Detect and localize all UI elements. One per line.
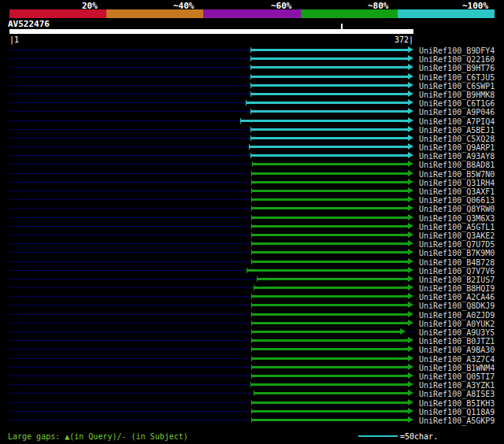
hit-start-tick [251,171,252,176]
hit-arrowhead-icon [408,135,413,141]
scale-legend-text: =50char. [400,432,438,441]
hit-alignment-bar[interactable] [251,322,408,324]
hit-alignment-bar[interactable] [240,120,408,122]
query-start-coordinate: |1 [9,35,19,44]
hit-alignment-bar[interactable] [251,331,400,333]
hit-row: UniRef100_Q7U7D5 [0,239,504,248]
hit-alignment-bar[interactable] [251,261,408,263]
hit-alignment-bar[interactable] [250,84,408,87]
hit-row: UniRef100_Q3AKE2 [0,231,504,239]
hit-arrowhead-icon [408,196,413,202]
hit-start-tick [250,382,251,387]
hit-alignment-bar[interactable] [251,410,408,413]
hit-alignment-bar[interactable] [251,181,408,183]
hit-alignment-bar[interactable] [251,375,408,377]
hit-alignment-bar[interactable] [246,269,408,272]
hit-row: UniRef100_Q7V7V6 [0,266,504,275]
hit-alignment-bar[interactable] [251,401,408,404]
hit-row: UniRef100_A5GTL1 [0,222,504,231]
hit-row: UniRef100_Q22160 [0,54,504,63]
hit-alignment-bar[interactable] [250,57,408,60]
hit-arrowhead-icon [408,99,413,105]
hit-alignment-bar[interactable] [250,128,408,131]
hit-row: UniRef100_C6TJU5 [0,72,504,81]
hit-row: UniRef100_A5GKP9 [0,416,504,424]
hit-alignment-bar[interactable] [251,251,408,253]
hit-arrowhead-icon [408,258,413,265]
hit-alignment-bar[interactable] [251,234,408,236]
hit-row: UniRef100_A0YUK2 [0,319,504,327]
hit-alignment-bar[interactable] [251,304,408,306]
hit-row: UniRef100_Q9ARP1 [0,142,504,151]
hit-alignment-bar[interactable] [252,163,408,165]
hit-row: UniRef100_Q8DKJ9 [0,301,504,309]
hit-row: UniRef100_A3Z7C4 [0,354,504,363]
hit-start-tick [251,400,252,405]
hit-alignment-bar[interactable] [251,225,408,228]
hit-start-tick [251,373,252,379]
hit-start-tick [250,135,251,141]
hit-alignment-bar[interactable] [251,190,408,192]
hit-arrowhead-icon [408,372,413,379]
hit-alignment-bar[interactable] [250,66,408,68]
hit-alignment-bar[interactable] [251,295,408,298]
hit-alignment-bar[interactable] [251,216,408,219]
hit-row: UniRef100_B7K9M0 [0,248,504,257]
hit-alignment-bar[interactable] [251,198,408,201]
hit-label[interactable]: UniRef100_A5GKP9 [419,416,495,425]
alignment-rows: UniRef100_B9DFY4UniRef100_Q22160UniRef10… [0,46,504,424]
hit-row: UniRef100_Q8YRW0 [0,204,504,213]
hit-alignment-bar[interactable] [250,110,408,113]
hit-start-tick [251,197,252,202]
hit-alignment-bar[interactable] [250,93,408,95]
hit-alignment-bar[interactable] [250,154,408,157]
hit-arrowhead-icon [408,311,413,317]
hit-alignment-bar[interactable] [251,313,408,316]
hit-start-tick [251,215,252,220]
hit-arrowhead-icon [408,240,413,246]
hit-start-tick [250,127,251,132]
hit-start-tick [250,74,251,80]
hit-arrowhead-icon [408,117,413,124]
hit-alignment-bar[interactable] [246,102,408,104]
hit-start-tick [251,224,252,229]
hit-row: UniRef100_A9BA30 [0,345,504,353]
hit-alignment-bar[interactable] [251,207,408,209]
hit-alignment-bar[interactable] [251,357,408,360]
hit-alignment-bar[interactable] [254,392,408,394]
hit-alignment-bar[interactable] [251,419,408,421]
hit-row: UniRef100_A8ISE3 [0,389,504,398]
hit-alignment-bar[interactable] [251,339,408,342]
hit-arrowhead-icon [408,355,413,361]
hit-row: UniRef100_C5XQ28 [0,134,504,142]
hit-arrowhead-icon [408,73,413,80]
hit-arrowhead-icon [408,364,413,370]
hit-alignment-bar[interactable] [251,348,408,350]
hit-alignment-bar[interactable] [251,242,408,245]
identity-scale-segment [9,9,106,18]
hit-row: UniRef100_Q3M6X3 [0,213,504,222]
hit-arrowhead-icon [408,346,413,352]
hit-alignment-bar[interactable] [251,366,408,368]
hit-start-tick [251,346,252,352]
hit-arrowhead-icon [408,55,413,61]
hit-arrowhead-icon [408,284,413,290]
hit-alignment-bar[interactable] [250,137,408,139]
query-name: AV522476 [8,19,50,29]
hit-arrowhead-icon [408,381,413,387]
hit-start-tick [250,47,251,53]
hit-alignment-bar[interactable] [250,49,408,51]
hit-row: UniRef100_Q3AXF1 [0,187,504,195]
hit-row: UniRef100_Q05TI7 [0,372,504,380]
hit-alignment-bar[interactable] [249,146,408,148]
hit-arrowhead-icon [408,64,413,70]
hit-alignment-bar[interactable] [251,172,408,175]
hit-arrowhead-icon [408,293,413,299]
hit-start-tick [250,65,251,70]
hit-alignment-bar[interactable] [250,383,408,386]
hit-start-tick [251,417,252,423]
hit-start-tick [250,91,251,97]
hit-alignment-bar[interactable] [250,76,408,78]
hit-alignment-bar[interactable] [254,287,408,289]
hit-alignment-bar[interactable] [257,278,408,280]
